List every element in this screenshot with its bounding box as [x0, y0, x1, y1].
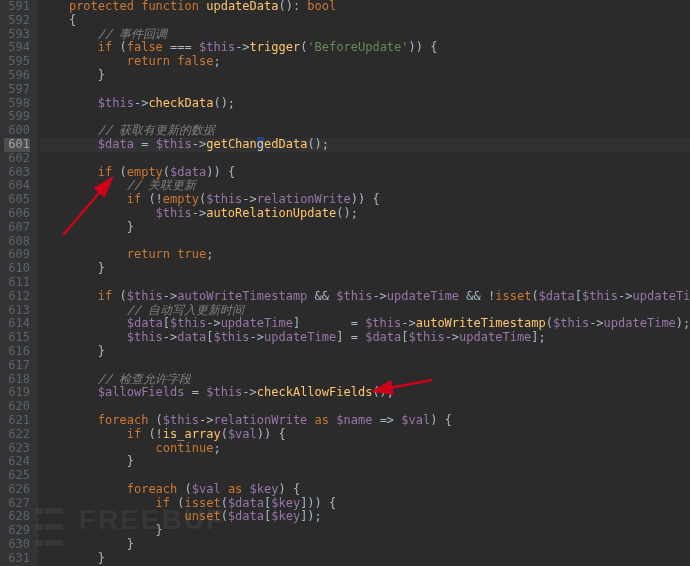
line-number: 618 — [4, 373, 30, 387]
line-number: 601 — [4, 138, 30, 152]
code-line[interactable] — [40, 359, 690, 373]
code-editor[interactable]: 5915925935945955965975985996006016026036… — [0, 0, 690, 566]
line-number: 620 — [4, 400, 30, 414]
line-number: 609 — [4, 248, 30, 262]
code-line[interactable] — [40, 110, 690, 124]
line-number: 629 — [4, 524, 30, 538]
line-number: 622 — [4, 428, 30, 442]
code-line[interactable]: } — [40, 524, 690, 538]
code-line[interactable]: if (!is_array($val)) { — [40, 428, 690, 442]
line-number: 616 — [4, 345, 30, 359]
line-number: 591 — [4, 0, 30, 14]
line-number: 605 — [4, 193, 30, 207]
code-line[interactable]: // 事件回调 — [40, 28, 690, 42]
code-line[interactable]: if ($this->autoWriteTimestamp && $this->… — [40, 290, 690, 304]
code-line[interactable]: $data = $this->getChangedData(); — [40, 138, 690, 152]
line-number: 606 — [4, 207, 30, 221]
line-number: 627 — [4, 497, 30, 511]
line-number-gutter: 5915925935945955965975985996006016026036… — [0, 0, 38, 566]
code-line[interactable]: if (empty($data)) { — [40, 166, 690, 180]
code-line[interactable]: } — [40, 221, 690, 235]
code-line[interactable]: return true; — [40, 248, 690, 262]
line-number: 631 — [4, 552, 30, 566]
code-line[interactable]: } — [40, 345, 690, 359]
code-line[interactable]: if (false === $this->trigger('BeforeUpda… — [40, 41, 690, 55]
line-number: 612 — [4, 290, 30, 304]
line-number: 599 — [4, 110, 30, 124]
line-number: 593 — [4, 28, 30, 42]
code-line[interactable]: // 获取有更新的数据 — [40, 124, 690, 138]
code-line[interactable]: // 检查允许字段 — [40, 373, 690, 387]
code-line[interactable] — [40, 400, 690, 414]
code-line[interactable]: if (!empty($this->relationWrite)) { — [40, 193, 690, 207]
line-number: 615 — [4, 331, 30, 345]
code-line[interactable]: $this->autoRelationUpdate(); — [40, 207, 690, 221]
code-line[interactable]: } — [40, 455, 690, 469]
line-number: 619 — [4, 386, 30, 400]
line-number: 597 — [4, 83, 30, 97]
code-line[interactable]: $allowFields = $this->checkAllowFields()… — [40, 386, 690, 400]
line-number: 630 — [4, 538, 30, 552]
line-number: 604 — [4, 179, 30, 193]
code-line[interactable] — [40, 276, 690, 290]
line-number: 623 — [4, 442, 30, 456]
line-number: 603 — [4, 166, 30, 180]
line-number: 617 — [4, 359, 30, 373]
code-line[interactable]: $this->checkData(); — [40, 97, 690, 111]
line-number: 598 — [4, 97, 30, 111]
line-number: 592 — [4, 14, 30, 28]
code-line[interactable]: } — [40, 552, 690, 566]
line-number: 626 — [4, 483, 30, 497]
line-number: 610 — [4, 262, 30, 276]
line-number: 608 — [4, 235, 30, 249]
line-number: 595 — [4, 55, 30, 69]
line-number: 613 — [4, 304, 30, 318]
line-number: 611 — [4, 276, 30, 290]
code-area[interactable]: protected function updateData(): bool { … — [38, 0, 690, 566]
line-number: 596 — [4, 69, 30, 83]
code-line[interactable]: foreach ($val as $key) { — [40, 483, 690, 497]
code-line[interactable]: $this->data[$this->updateTime] = $data[$… — [40, 331, 690, 345]
code-line[interactable] — [40, 469, 690, 483]
code-line[interactable]: } — [40, 262, 690, 276]
line-number: 602 — [4, 152, 30, 166]
code-line[interactable]: } — [40, 69, 690, 83]
line-number: 600 — [4, 124, 30, 138]
code-line[interactable]: foreach ($this->relationWrite as $name =… — [40, 414, 690, 428]
code-line[interactable]: // 自动写入更新时间 — [40, 304, 690, 318]
code-line[interactable]: $data[$this->updateTime] = $this->autoWr… — [40, 317, 690, 331]
code-line[interactable]: } — [40, 538, 690, 552]
code-line[interactable] — [40, 235, 690, 249]
line-number: 625 — [4, 469, 30, 483]
code-line[interactable]: { — [40, 14, 690, 28]
code-line[interactable]: return false; — [40, 55, 690, 69]
code-line[interactable]: continue; — [40, 442, 690, 456]
code-line[interactable]: if (isset($data[$key])) { — [40, 497, 690, 511]
line-number: 628 — [4, 510, 30, 524]
line-number: 607 — [4, 221, 30, 235]
code-line[interactable]: unset($data[$key]); — [40, 510, 690, 524]
line-number: 624 — [4, 455, 30, 469]
line-number: 621 — [4, 414, 30, 428]
line-number: 594 — [4, 41, 30, 55]
code-line[interactable]: protected function updateData(): bool — [40, 0, 690, 14]
code-line[interactable] — [40, 83, 690, 97]
code-line[interactable] — [40, 152, 690, 166]
line-number: 614 — [4, 317, 30, 331]
code-line[interactable]: // 关联更新 — [40, 179, 690, 193]
